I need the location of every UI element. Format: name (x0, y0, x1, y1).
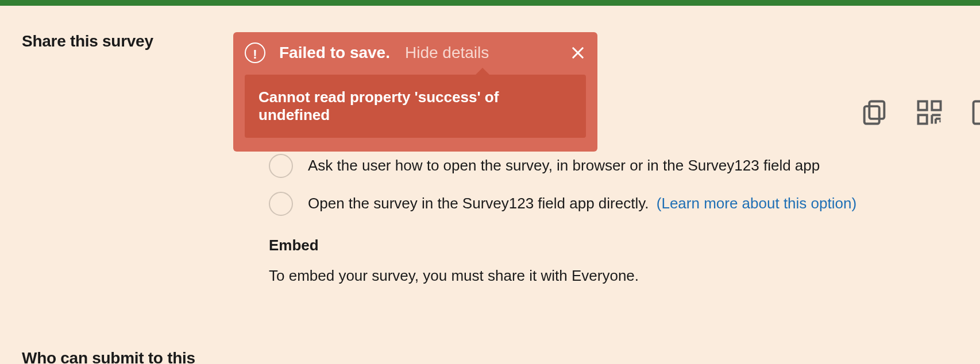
share-section-title: Share this survey (22, 31, 269, 51)
share-toolbar (859, 98, 980, 127)
page-body: Share this survey (0, 6, 980, 285)
svg-rect-10 (974, 102, 981, 124)
option-label: Open the survey in the Survey123 field a… (308, 195, 649, 212)
svg-rect-0 (869, 102, 884, 119)
option-field-app: Open the survey in the Survey123 field a… (269, 192, 958, 216)
embed-heading: Embed (269, 237, 958, 254)
toast-header: ! Failed to save. Hide details (245, 44, 586, 62)
copy-icon[interactable] (859, 98, 889, 127)
svg-rect-2 (919, 102, 927, 110)
submit-section-title: Who can submit to this (22, 349, 195, 364)
top-accent-bar (0, 0, 980, 6)
alert-icon: ! (245, 42, 265, 63)
close-icon[interactable] (570, 45, 586, 61)
qr-code-icon[interactable] (915, 98, 944, 127)
learn-more-link[interactable]: (Learn more about this option) (657, 195, 856, 212)
radio-field-app[interactable] (269, 192, 293, 216)
option-ask-user: Ask the user how to open the survey, in … (269, 154, 958, 178)
alert-glyph: ! (253, 47, 257, 62)
embed-text: To embed your survey, you must share it … (269, 267, 958, 285)
option-label: Ask the user how to open the survey, in … (308, 156, 820, 176)
radio-ask-user[interactable] (269, 154, 293, 178)
svg-rect-4 (919, 115, 927, 123)
svg-rect-1 (865, 106, 879, 123)
open-new-window-icon[interactable] (970, 98, 980, 127)
svg-rect-3 (932, 102, 940, 110)
left-column: Share this survey (22, 31, 269, 285)
error-toast: ! Failed to save. Hide details Cannot re… (233, 32, 597, 152)
toast-toggle-details[interactable]: Hide details (405, 44, 489, 62)
toast-title: Failed to save. (279, 44, 390, 62)
toast-detail: Cannot read property 'success' of undefi… (245, 75, 586, 138)
